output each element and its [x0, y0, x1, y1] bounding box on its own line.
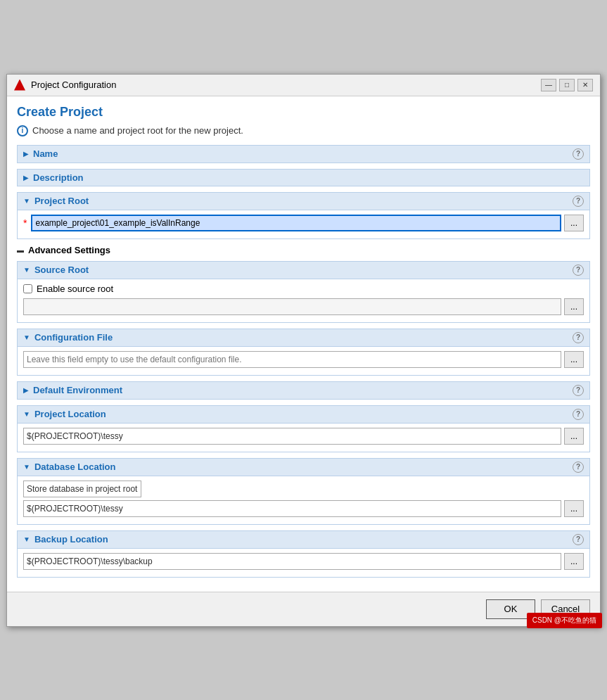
name-section-header[interactable]: ▶ Name ? [17, 145, 590, 163]
project-location-input[interactable] [23, 428, 561, 445]
page-title: Create Project [17, 105, 590, 120]
default-env-section-title: Default Environment [33, 385, 573, 395]
database-location-section-header[interactable]: ▼ Database Location ? [17, 458, 590, 476]
maximize-button[interactable]: □ [559, 79, 575, 91]
app-icon [14, 79, 25, 91]
source-root-section-body: Enable source root ... [17, 279, 590, 323]
project-root-chevron-icon: ▼ [23, 197, 30, 205]
window-title: Project Configuration [31, 79, 535, 90]
config-file-section-body: ... [17, 347, 590, 376]
config-file-input[interactable] [23, 351, 561, 368]
name-chevron-icon: ▶ [23, 150, 29, 158]
project-root-input[interactable] [31, 215, 561, 231]
csdn-watermark: CSDN @不吃鱼的猫 [527, 613, 602, 628]
project-root-input-row: * ... [23, 215, 584, 231]
backup-location-browse-button[interactable]: ... [564, 553, 584, 570]
minimize-button[interactable]: — [541, 79, 556, 91]
project-root-help-icon[interactable]: ? [573, 196, 584, 207]
advanced-settings-label: Advanced Settings [28, 245, 110, 255]
database-location-dropdown-container: Store database in project root [23, 481, 584, 497]
backup-location-chevron-icon: ▼ [23, 535, 30, 543]
info-icon: i [17, 125, 28, 136]
project-location-section-title: Project Location [34, 409, 573, 419]
required-star: * [23, 217, 27, 229]
database-location-section-title: Database Location [34, 462, 573, 472]
enable-source-root-label: Enable source root [37, 284, 113, 294]
default-env-chevron-icon: ▶ [23, 386, 29, 394]
project-root-browse-button[interactable]: ... [564, 215, 584, 231]
backup-location-input-row: ... [23, 553, 584, 570]
database-location-dropdown-row: Store database in project root [23, 481, 584, 497]
backup-location-section-header[interactable]: ▼ Backup Location ? [17, 530, 590, 549]
source-root-section-title: Source Root [34, 265, 573, 275]
advanced-toggle-icon: ▬ [17, 246, 24, 254]
project-location-chevron-icon: ▼ [23, 410, 30, 418]
name-section-title: Name [33, 148, 573, 159]
project-root-section-body: * ... [17, 210, 590, 239]
project-root-section-header[interactable]: ▼ Project Root ? [17, 192, 590, 210]
project-location-input-row: ... [23, 428, 584, 445]
default-env-help-icon[interactable]: ? [573, 385, 584, 396]
dialog-content: Create Project i Choose a name and proje… [7, 96, 600, 592]
project-location-browse-button[interactable]: ... [564, 428, 584, 445]
backup-location-input[interactable] [23, 553, 561, 570]
description-section-title: Description [33, 172, 584, 183]
default-env-section-header[interactable]: ▶ Default Environment ? [17, 381, 590, 400]
dialog-footer: OK Cancel [7, 592, 600, 626]
source-root-help-icon[interactable]: ? [573, 265, 584, 276]
database-location-browse-button[interactable]: ... [564, 500, 584, 517]
source-root-browse-button[interactable]: ... [564, 298, 584, 315]
close-button[interactable]: ✕ [577, 79, 593, 91]
description-section-header[interactable]: ▶ Description [17, 169, 590, 186]
database-location-input[interactable] [23, 500, 561, 517]
database-location-help-icon[interactable]: ? [573, 462, 584, 473]
config-file-chevron-icon: ▼ [23, 333, 30, 341]
source-root-input[interactable] [23, 298, 561, 315]
window-controls: — □ ✕ [541, 79, 593, 91]
database-location-chevron-icon: ▼ [23, 463, 30, 471]
database-location-section-body: Store database in project root ... [17, 476, 590, 525]
project-location-section-header[interactable]: ▼ Project Location ? [17, 405, 590, 424]
database-location-input-row: ... [23, 500, 584, 517]
backup-location-help-icon[interactable]: ? [573, 534, 584, 545]
source-root-chevron-icon: ▼ [23, 266, 30, 274]
config-file-browse-button[interactable]: ... [564, 351, 584, 368]
config-file-section-header[interactable]: ▼ Configuration File ? [17, 329, 590, 347]
project-location-help-icon[interactable]: ? [573, 409, 584, 420]
backup-location-section-body: ... [17, 549, 590, 578]
info-row: i Choose a name and project root for the… [17, 125, 590, 136]
config-file-help-icon[interactable]: ? [573, 332, 584, 343]
source-root-checkbox-row: Enable source root [23, 284, 584, 294]
project-location-section-body: ... [17, 424, 590, 452]
project-root-section-title: Project Root [34, 196, 573, 206]
name-help-icon[interactable]: ? [573, 148, 584, 160]
info-text: Choose a name and project root for the n… [32, 125, 243, 136]
source-root-section-header[interactable]: ▼ Source Root ? [17, 261, 590, 279]
description-chevron-icon: ▶ [23, 174, 29, 182]
config-file-input-row: ... [23, 351, 584, 368]
enable-source-root-checkbox[interactable] [23, 284, 32, 293]
title-bar: Project Configuration — □ ✕ [7, 75, 600, 96]
backup-location-section-title: Backup Location [34, 534, 573, 545]
advanced-settings-header[interactable]: ▬ Advanced Settings [17, 245, 590, 255]
database-location-dropdown[interactable]: Store database in project root [23, 481, 141, 497]
source-root-input-row: ... [23, 298, 584, 315]
config-file-section-title: Configuration File [34, 332, 573, 343]
